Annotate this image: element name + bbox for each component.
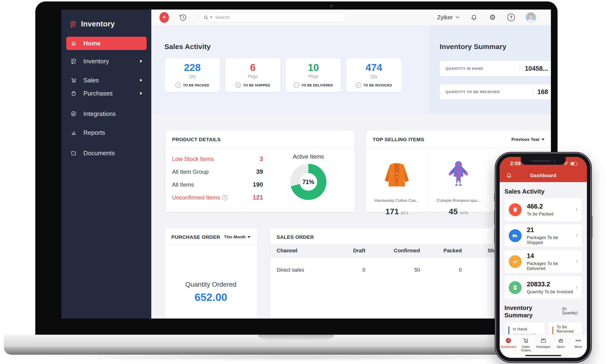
card-title: SALES ORDER <box>277 234 314 240</box>
phone-tab-items[interactable]: Items <box>552 337 569 349</box>
gear-icon: ⚙ <box>489 14 496 21</box>
phone-tab-dashboard[interactable]: Dashboard <box>500 337 517 349</box>
donut-percent-label: 71% <box>290 164 326 200</box>
chevron-right-icon <box>140 92 142 95</box>
phone-tab-more[interactable]: More <box>569 337 587 349</box>
recent-history-button[interactable] <box>178 12 188 22</box>
settings-button[interactable]: ⚙ <box>488 13 497 21</box>
bell-icon <box>470 14 477 21</box>
chevron-right-icon: › <box>575 231 578 240</box>
phone-inventory-summary-subtitle: (In Quantity) <box>562 307 582 315</box>
phone-card-qty-invoiced[interactable]: 20833.2 Quantity To be Invoiced › <box>504 276 582 299</box>
home-icon <box>70 40 77 46</box>
product-details-card: PRODUCT DETAILS Low Stock Items 3 All It… <box>165 130 355 212</box>
phone-notch <box>521 157 566 165</box>
top-selling-item[interactable]: Cutiepie Rompers-spo... 45sets <box>428 151 489 212</box>
phone-home-indicator[interactable] <box>525 355 561 356</box>
phone-card-value: 21 <box>527 226 575 234</box>
app-title: Inventory <box>81 20 115 28</box>
sidebar-item-home[interactable]: Home <box>66 37 147 50</box>
phone-tab-sales-orders[interactable]: Sales Orders <box>517 337 534 352</box>
chevron-right-icon: › <box>575 206 578 214</box>
quick-create-button[interactable]: + <box>159 12 169 23</box>
sa-unit: Pkgs <box>225 74 281 79</box>
phone-card-packages-delivered[interactable]: 14 Packages To be Delivered › <box>504 250 582 273</box>
search-scope-caret-icon[interactable] <box>210 17 212 18</box>
phone-tab-packages[interactable]: Packages <box>534 337 552 349</box>
top-selling-item[interactable]: Hanswooly Cotton Cas... 171pcs <box>366 151 428 212</box>
question-icon: ? <box>507 13 515 21</box>
bell-icon[interactable] <box>506 172 512 179</box>
sidebar-item-purchases[interactable]: Purchases <box>61 87 151 100</box>
unconfirmed-items-row[interactable]: Unconfirmed Items ! 121 <box>172 194 263 201</box>
phone-speaker <box>531 160 551 162</box>
item-name: Cutiepie Rompers-spo... <box>428 198 489 203</box>
filter-value: Previous Year <box>511 137 540 142</box>
package-icon <box>509 203 522 216</box>
item-unit: pcs <box>401 210 408 215</box>
phone-camera <box>554 160 556 162</box>
cell-draft: 0 <box>339 267 365 273</box>
orange-cardigan-image <box>366 156 427 193</box>
cart-icon <box>523 337 529 344</box>
low-stock-items-row[interactable]: Low Stock Items 3 <box>172 155 263 163</box>
row-label[interactable]: Low Stock Items <box>172 156 214 162</box>
phone-app-header: Dashboard <box>500 169 587 182</box>
phone-screen: 2:59 Dashboard <box>500 157 587 358</box>
package-circle-icon: ▢ <box>235 82 241 88</box>
chevron-right-icon <box>140 79 142 82</box>
top-selling-filter-dropdown[interactable]: Previous Year <box>511 137 544 142</box>
chevron-down-icon <box>456 16 460 19</box>
app-window: Inventory Home Inventory <box>61 10 551 319</box>
sa-card-to-be-invoiced[interactable]: 474 Qty ✓ TO BE INVOICED <box>346 58 402 92</box>
row-value: 121 <box>253 194 263 201</box>
org-switcher[interactable]: Zylker <box>437 14 460 21</box>
sidebar-item-sales[interactable]: Sales <box>61 74 151 86</box>
search-input[interactable] <box>215 14 342 20</box>
phone-card-packages-shipped[interactable]: 21 Packages To be Shipped › <box>504 224 582 247</box>
notifications-button[interactable] <box>470 13 478 21</box>
history-clock-icon <box>178 13 188 22</box>
sidebar-item-label: Sales <box>83 77 99 84</box>
tab-label: Packages <box>534 345 552 349</box>
sa-value: 228 <box>165 62 220 73</box>
phone-card-to-be-packed[interactable]: 466.2 To be Packed › <box>504 198 582 221</box>
sa-label: TO BE PACKED <box>183 83 209 87</box>
active-items-donut: 71% <box>290 164 326 200</box>
all-item-group-row[interactable]: All Item Group 39 <box>172 168 263 175</box>
app-logo: Inventory <box>61 10 151 31</box>
item-unit: sets <box>460 210 468 215</box>
sidebar-item-documents[interactable]: Documents <box>61 147 151 159</box>
sidebar-item-label: Reports <box>83 129 105 136</box>
sa-card-to-be-packed[interactable]: 228 Qty ✓ TO BE PACKED <box>164 58 220 92</box>
sidebar-item-inventory[interactable]: Inventory <box>61 55 151 67</box>
row-value: 190 <box>253 181 263 188</box>
sa-card-to-be-shipped[interactable]: 6 Pkgs ▢ TO BE SHIPPED <box>225 58 281 92</box>
phone-card-label: Packages To be Shipped <box>527 235 575 245</box>
sa-card-to-be-delivered[interactable]: 10 Pkgs ⋯ TO BE DELIVERED <box>285 58 341 92</box>
truck-icon <box>509 229 522 242</box>
phone-inv-label: In Hand <box>513 327 541 331</box>
purchase-order-filter-dropdown[interactable]: This Month <box>224 235 250 239</box>
sidebar-item-reports[interactable]: Reports <box>61 126 151 139</box>
sa-unit: Qty <box>165 74 220 79</box>
page: Inventory Home Inventory <box>0 0 610 364</box>
dots-circle-icon: ⋯ <box>294 82 299 88</box>
sidebar: Inventory Home Inventory <box>61 10 151 319</box>
row-label[interactable]: All Item Group <box>172 169 208 175</box>
search-bar[interactable] <box>199 12 346 23</box>
all-items-row[interactable]: All Items 190 <box>172 181 263 188</box>
tab-label: Dashboard <box>500 345 517 349</box>
info-icon[interactable]: ! <box>222 195 228 200</box>
help-button[interactable]: ? <box>507 13 515 21</box>
row-label[interactable]: All Items <box>172 182 194 188</box>
tab-label: Items <box>552 345 569 349</box>
sa-unit: Qty <box>346 74 402 79</box>
search-icon <box>203 15 208 20</box>
sidebar-item-integrations[interactable]: Integrations <box>61 108 151 120</box>
chevron-right-icon <box>140 60 142 63</box>
gauge-icon <box>505 337 512 344</box>
chevron-right-icon: › <box>575 283 578 292</box>
battery-icon <box>570 162 578 166</box>
avatar[interactable] <box>526 12 536 23</box>
